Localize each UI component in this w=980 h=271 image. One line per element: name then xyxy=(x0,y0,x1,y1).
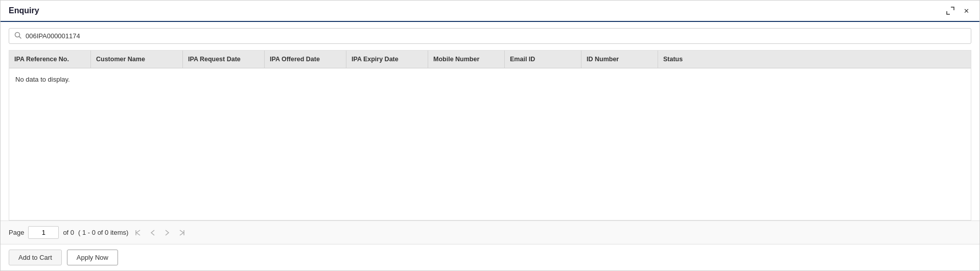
col-status: Status xyxy=(658,51,971,68)
prev-page-button[interactable] xyxy=(148,228,158,237)
of-label: of 0 xyxy=(63,229,74,236)
enquiry-modal: Enquiry ✕ xyxy=(0,0,980,271)
col-customer-name: Customer Name xyxy=(91,51,183,68)
search-icon xyxy=(14,32,21,40)
data-table: IPA Reference No. Customer Name IPA Requ… xyxy=(9,50,971,220)
modal-header: Enquiry ✕ xyxy=(1,1,979,22)
svg-line-1 xyxy=(19,37,21,39)
page-label: Page xyxy=(9,229,24,236)
col-ipa-expiry-date: IPA Expiry Date xyxy=(346,51,428,68)
col-ipa-request-date: IPA Request Date xyxy=(183,51,265,68)
col-ipa-ref: IPA Reference No. xyxy=(9,51,91,68)
apply-now-button[interactable]: Apply Now xyxy=(67,250,118,265)
items-info: ( 1 - 0 of 0 items) xyxy=(78,229,128,236)
close-button[interactable]: ✕ xyxy=(962,6,971,16)
search-input[interactable] xyxy=(26,32,966,40)
modal-body: IPA Reference No. Customer Name IPA Requ… xyxy=(1,22,979,220)
col-email-id: Email ID xyxy=(505,51,581,68)
col-mobile-number: Mobile Number xyxy=(428,51,505,68)
table-header: IPA Reference No. Customer Name IPA Requ… xyxy=(9,51,971,68)
modal-header-actions: ✕ xyxy=(944,6,971,16)
close-icon: ✕ xyxy=(964,7,969,15)
table-body: No data to display. xyxy=(9,68,971,220)
no-data-message: No data to display. xyxy=(9,68,971,90)
modal-footer: Add to Cart Apply Now xyxy=(1,244,979,270)
next-page-button[interactable] xyxy=(162,228,172,237)
page-input[interactable] xyxy=(28,226,59,239)
last-page-button[interactable] xyxy=(176,228,188,237)
resize-button[interactable] xyxy=(944,6,956,16)
first-page-button[interactable] xyxy=(132,228,144,237)
add-to-cart-button[interactable]: Add to Cart xyxy=(9,250,62,265)
modal-title: Enquiry xyxy=(9,6,39,15)
pagination-bar: Page of 0 ( 1 - 0 of 0 items) xyxy=(1,220,979,244)
col-ipa-offered-date: IPA Offered Date xyxy=(265,51,346,68)
col-id-number: ID Number xyxy=(581,51,658,68)
search-bar xyxy=(9,28,971,44)
